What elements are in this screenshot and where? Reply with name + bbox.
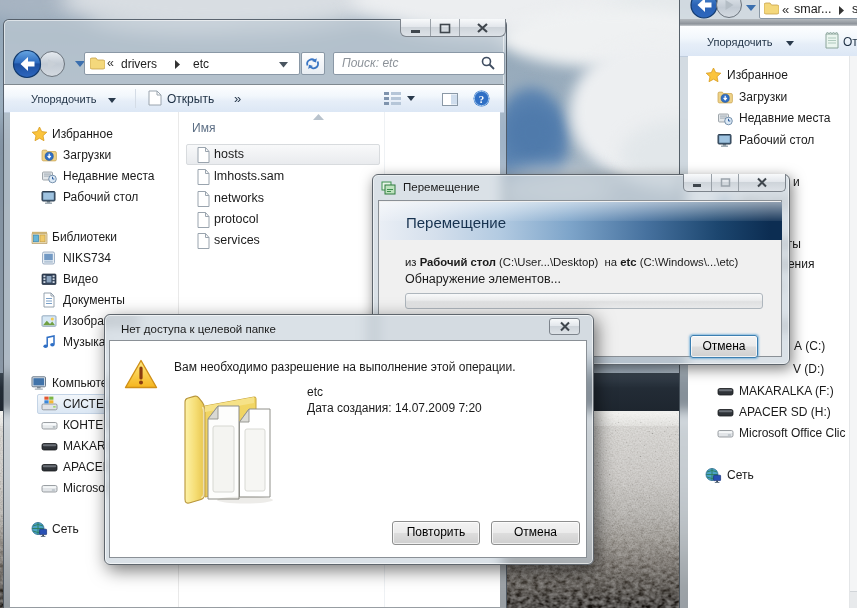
svg-text:?: ?: [479, 93, 485, 105]
